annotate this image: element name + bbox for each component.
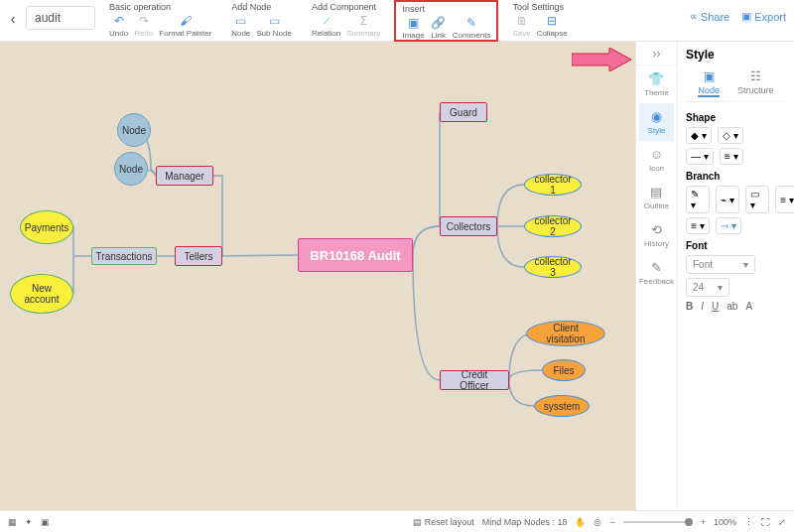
branch-rect[interactable]: ▭ ▾ bbox=[745, 186, 769, 213]
summary-button[interactable]: ΣSummary bbox=[346, 14, 380, 38]
image-button[interactable]: ▣Image bbox=[402, 16, 424, 40]
collapse-panel-button[interactable]: ›› bbox=[636, 42, 677, 66]
node-br10168-audit[interactable]: BR10168 Audit bbox=[298, 238, 413, 272]
sb-icon2[interactable]: ✦ bbox=[25, 517, 33, 527]
panel-history[interactable]: ⟲History bbox=[639, 216, 674, 254]
format-painter-button[interactable]: 🖌Format Painter bbox=[159, 14, 211, 38]
font-bold[interactable]: B bbox=[686, 301, 693, 312]
border-width[interactable]: ≡ ▾ bbox=[720, 148, 743, 165]
panel-icon[interactable]: ☺Icon bbox=[639, 141, 674, 179]
node-guard[interactable]: Guard bbox=[440, 102, 487, 122]
image-icon: ▣ bbox=[406, 16, 422, 30]
font-size-select[interactable]: 24▾ bbox=[686, 278, 729, 297]
branch-line[interactable]: ≡ ▾ bbox=[775, 186, 794, 213]
branch-color[interactable]: ✎ ▾ bbox=[686, 186, 710, 213]
sub-node-button[interactable]: ▭Sub Node bbox=[256, 14, 292, 38]
relation-button[interactable]: ⟋Relation bbox=[312, 14, 340, 38]
node-new-account[interactable]: New account bbox=[10, 274, 73, 314]
toolbar: ‹ Basic operation↶Undo↷Redo🖌Format Paint… bbox=[0, 0, 794, 42]
node-node[interactable]: Node bbox=[117, 113, 151, 147]
node-client-visitation[interactable]: Client visitation bbox=[526, 321, 605, 346]
panel-feedback[interactable]: ✎Feedback bbox=[639, 254, 674, 292]
collapse-icon: ⊟ bbox=[544, 14, 560, 28]
fill-color[interactable]: ◆ ▾ bbox=[686, 127, 712, 144]
share-button[interactable]: ∝ Share bbox=[690, 10, 729, 23]
zoom-slider[interactable] bbox=[623, 521, 693, 523]
border-style[interactable]: — ▾ bbox=[686, 148, 714, 165]
panel-style[interactable]: ◉Style bbox=[639, 103, 674, 141]
node-tellers[interactable]: Tellers bbox=[175, 246, 222, 266]
zoom-in[interactable]: + bbox=[701, 517, 706, 527]
node-payments[interactable]: Payments bbox=[20, 210, 73, 244]
comments-icon: ✎ bbox=[463, 16, 479, 30]
node-icon: ▭ bbox=[233, 14, 249, 28]
panel-outline[interactable]: ▤Outline bbox=[639, 179, 674, 216]
summary-icon: Σ bbox=[355, 14, 371, 28]
redo-icon: ↷ bbox=[136, 14, 152, 28]
border-color[interactable]: ◇ ▾ bbox=[718, 127, 743, 144]
link-icon: 🔗 bbox=[431, 16, 447, 30]
font-strike[interactable]: ab bbox=[727, 301, 737, 312]
export-button[interactable]: ▣ Export bbox=[741, 10, 786, 23]
reset-layout[interactable]: ▤ Reset layout bbox=[413, 517, 474, 527]
save-button[interactable]: 🗎Save bbox=[512, 14, 530, 38]
node-manager[interactable]: Manager bbox=[156, 166, 213, 186]
comments-button[interactable]: ✎Comments bbox=[453, 16, 491, 40]
link-button[interactable]: 🔗Link bbox=[431, 16, 447, 40]
save-icon: 🗎 bbox=[514, 14, 530, 28]
branch-w[interactable]: ≡ ▾ bbox=[686, 217, 710, 234]
doc-title-input[interactable] bbox=[26, 6, 95, 30]
node-button[interactable]: ▭Node bbox=[231, 14, 250, 38]
collapse-button[interactable]: ⊟Collapse bbox=[537, 14, 568, 38]
node-sysstem[interactable]: sysstem bbox=[534, 395, 590, 417]
tab-node[interactable]: ▣Node bbox=[698, 69, 720, 97]
mindmap-canvas[interactable]: BR10168 AuditNodeNodeManagerPaymentsNew … bbox=[0, 42, 635, 510]
branch-arrow[interactable]: ⤙ ▾ bbox=[716, 217, 741, 234]
node-collector-2[interactable]: collector 2 bbox=[524, 215, 582, 237]
node-node[interactable]: Node bbox=[114, 152, 148, 186]
node-credit-officer[interactable]: Credit Officer bbox=[440, 370, 509, 390]
sb-target[interactable]: ◎ bbox=[594, 517, 601, 527]
node-collector-1[interactable]: collector 1 bbox=[524, 174, 582, 196]
back-button[interactable]: ‹ bbox=[4, 0, 22, 38]
node-transactions[interactable]: Transactions bbox=[91, 247, 157, 265]
undo-button[interactable]: ↶Undo bbox=[109, 14, 128, 38]
fullscreen[interactable]: ⤢ bbox=[778, 517, 786, 527]
sub node-icon: ▭ bbox=[266, 14, 282, 28]
font-color[interactable]: A bbox=[745, 301, 752, 312]
panel-theme[interactable]: 👕Theme bbox=[639, 66, 674, 103]
font-family-select[interactable]: Font▾ bbox=[686, 255, 755, 274]
status-bar: ▦ ✦ ▣ ▤ Reset layout Mind Map Nodes : 18… bbox=[0, 510, 794, 532]
format painter-icon: 🖌 bbox=[178, 14, 194, 28]
right-panel: ›› 👕Theme◉Style☺Icon▤Outline⟲History✎Fee… bbox=[635, 42, 794, 510]
sb-grab[interactable]: ✋ bbox=[575, 517, 586, 527]
undo-icon: ↶ bbox=[111, 14, 127, 28]
redo-button[interactable]: ↷Redo bbox=[134, 14, 153, 38]
zoom-out[interactable]: − bbox=[609, 517, 614, 527]
tab-structure[interactable]: ☷Structure bbox=[737, 69, 774, 97]
node-collectors[interactable]: Collectors bbox=[440, 216, 497, 236]
annotation-arrow bbox=[572, 48, 631, 71]
font-italic[interactable]: I bbox=[701, 301, 704, 312]
font-underline[interactable]: U bbox=[712, 301, 719, 312]
branch-style[interactable]: ⌁ ▾ bbox=[716, 186, 739, 213]
panel-title: Style bbox=[686, 48, 786, 62]
svg-marker-0 bbox=[572, 48, 631, 71]
relation-icon: ⟋ bbox=[319, 14, 334, 28]
fit[interactable]: ⛶ bbox=[761, 517, 770, 527]
sb-icon[interactable]: ▦ bbox=[8, 517, 17, 527]
node-collector-3[interactable]: collector 3 bbox=[524, 256, 582, 278]
sb-icon3[interactable]: ▣ bbox=[41, 517, 50, 527]
node-files[interactable]: Files bbox=[542, 359, 586, 381]
